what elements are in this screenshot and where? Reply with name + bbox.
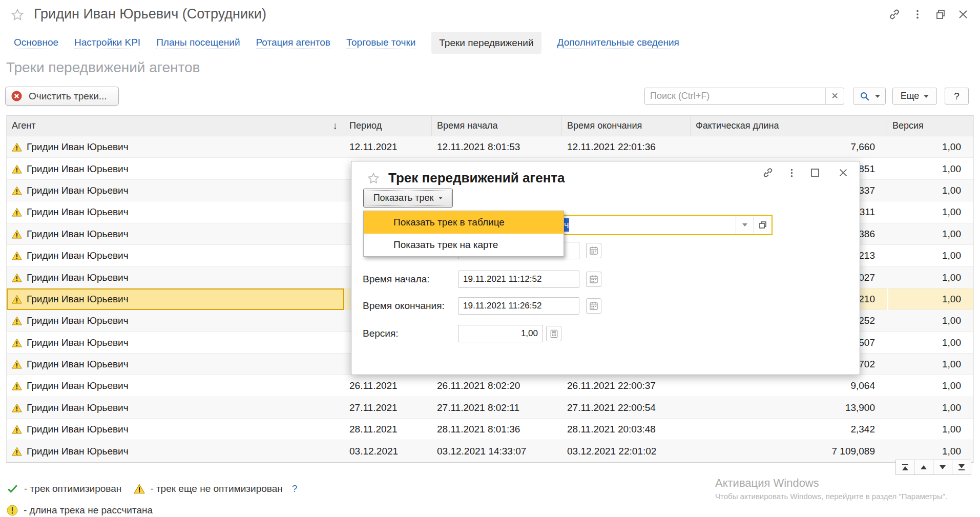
- clear-red-icon: [11, 90, 23, 102]
- warning-icon: [12, 208, 22, 217]
- go-first-button[interactable]: [895, 460, 914, 475]
- start-calendar-button[interactable]: [586, 272, 601, 287]
- end-time-field[interactable]: 19.11.2021 11:26:52: [458, 297, 579, 315]
- search-input[interactable]: [645, 88, 825, 104]
- tab-Основное[interactable]: Основное: [14, 36, 58, 49]
- search-box: ✕: [644, 88, 844, 105]
- help-label: ?: [954, 91, 960, 102]
- menu-item[interactable]: Показать трек в таблице: [364, 211, 564, 234]
- cell: 03.12.2021 22:01:02: [562, 440, 691, 462]
- agent-cell: Гридин Иван Юрьевич: [7, 397, 344, 419]
- cell: 03.12.2021: [344, 440, 432, 462]
- go-last-button[interactable]: [952, 460, 971, 475]
- column-header[interactable]: Версия: [887, 116, 973, 136]
- column-header[interactable]: Время окончания: [562, 116, 691, 136]
- tab-Ротация агентов[interactable]: Ротация агентов: [256, 36, 330, 49]
- agent-cell: Гридин Иван Юрьевич: [7, 223, 344, 245]
- version-field[interactable]: 1,00: [458, 325, 543, 342]
- table-row[interactable]: Гридин Иван Юрьевич03.12.202103.12.2021 …: [7, 440, 973, 462]
- show-track-button[interactable]: Показать трек: [363, 189, 453, 208]
- more-label: Еще: [901, 91, 920, 101]
- cell: 12.11.2021: [344, 136, 432, 158]
- agent-cell: Гридин Иван Юрьевич: [7, 136, 344, 158]
- cell: 1,00: [887, 419, 973, 440]
- search-clear-icon[interactable]: ✕: [825, 88, 844, 104]
- restore-window-icon[interactable]: [933, 7, 948, 22]
- watermark-subtitle: Чтобы активировать Windows, перейдите в …: [715, 492, 947, 501]
- cell: 1,00: [887, 158, 973, 179]
- warning-icon: [12, 230, 22, 239]
- help-button[interactable]: ?: [945, 88, 969, 105]
- cell: 1,00: [887, 201, 973, 223]
- link-icon[interactable]: [887, 7, 902, 22]
- warning-icon: [12, 338, 22, 347]
- cell: 27.11.2021: [344, 397, 432, 419]
- warning-icon: [12, 295, 22, 304]
- dialog-kebab-menu-icon[interactable]: [784, 166, 799, 180]
- legend-not-optimized-text: - трек еще не оптимизирован: [150, 483, 282, 494]
- tab-Треки передвижений[interactable]: Треки передвижений: [431, 32, 541, 54]
- warning-icon: [12, 273, 22, 282]
- tab-bar: ОсновноеНастройки KPIПланы посещенийРота…: [14, 31, 679, 54]
- tab-Дополнительные сведения[interactable]: Дополнительные сведения: [557, 36, 679, 49]
- dialog-favorite-star-icon[interactable]: [367, 172, 380, 185]
- cell: 28.11.2021 8:01:36: [432, 419, 562, 440]
- legend-no-length-text: - длина трека не рассчитана: [24, 505, 153, 516]
- table-row[interactable]: Гридин Иван Юрьевич26.11.202126.11.2021 …: [7, 375, 973, 397]
- table-row[interactable]: Гридин Иван Юрьевич27.11.202127.11.2021 …: [7, 397, 973, 419]
- cell: 27.11.2021 22:00:54: [562, 397, 691, 419]
- dialog-close-icon[interactable]: [836, 166, 850, 180]
- show-track-menu: Показать трек в таблицеПоказать трек на …: [363, 211, 564, 257]
- sort-desc-icon: ↓: [333, 120, 338, 132]
- close-window-icon[interactable]: [955, 7, 971, 22]
- period-calendar-button[interactable]: [586, 243, 601, 258]
- warning-icon: [12, 381, 22, 390]
- legend-help-link[interactable]: ?: [292, 483, 298, 494]
- cell: 1,00: [887, 310, 973, 332]
- tab-Настройки KPI[interactable]: Настройки KPI: [74, 36, 140, 49]
- page-title: Треки передвижений агентов: [6, 59, 200, 76]
- check-icon: [6, 482, 19, 495]
- cell: 03.12.2021 14:33:07: [432, 440, 562, 462]
- agent-cell: Гридин Иван Юрьевич: [7, 288, 344, 310]
- legend-optimized-text: - трек оптимизирован: [24, 483, 121, 494]
- clear-tracks-button[interactable]: Очистить треки...: [5, 87, 119, 106]
- combo-dropdown-icon[interactable]: [736, 216, 754, 234]
- end-calendar-button[interactable]: [586, 298, 601, 314]
- start-time-field[interactable]: 19.11.2021 11:12:52: [458, 271, 579, 288]
- cell: 7,660: [691, 136, 887, 158]
- cell: 1,00: [887, 266, 973, 288]
- column-header[interactable]: Агент↓: [7, 116, 344, 136]
- agent-cell: Гридин Иван Юрьевич: [7, 245, 344, 266]
- cell: 1,00: [887, 397, 973, 419]
- go-next-button[interactable]: [933, 460, 952, 475]
- caret-down-icon: [924, 95, 929, 98]
- agent-cell: Гридин Иван Юрьевич: [7, 158, 344, 179]
- open-agent-icon[interactable]: [754, 216, 772, 234]
- tab-Торговые точки[interactable]: Торговые точки: [346, 36, 415, 49]
- column-header[interactable]: Период: [344, 116, 432, 136]
- version-calculator-button[interactable]: [546, 326, 561, 341]
- kebab-menu-icon[interactable]: [910, 7, 925, 22]
- show-track-label: Показать трек: [373, 193, 434, 203]
- dialog-link-icon[interactable]: [761, 166, 775, 180]
- warning-icon: [12, 142, 22, 152]
- cell: 27.11.2021 8:02:11: [432, 397, 562, 419]
- menu-item[interactable]: Показать трек на карте: [364, 234, 564, 256]
- column-header[interactable]: Фактическая длина: [691, 116, 887, 136]
- agent-cell: Гридин Иван Юрьевич: [7, 375, 344, 397]
- table-row[interactable]: Гридин Иван Юрьевич12.11.202112.11.2021 …: [7, 136, 973, 158]
- tab-Планы посещений[interactable]: Планы посещений: [156, 36, 240, 49]
- more-button[interactable]: Еще: [892, 88, 937, 105]
- dialog-maximize-icon[interactable]: [808, 166, 822, 180]
- favorite-star-icon[interactable]: [10, 8, 25, 22]
- table-row[interactable]: Гридин Иван Юрьевич28.11.202128.11.2021 …: [7, 419, 973, 440]
- search-button[interactable]: [853, 88, 886, 105]
- watermark-title: Активация Windows: [715, 477, 947, 490]
- cell: 2,342: [691, 419, 887, 440]
- column-header[interactable]: Время начала: [432, 116, 562, 136]
- go-prev-button[interactable]: [914, 460, 933, 475]
- cell: 26.11.2021 22:00:37: [562, 375, 691, 397]
- warning-icon: [12, 403, 22, 412]
- exclamation-circle-icon: [6, 504, 18, 516]
